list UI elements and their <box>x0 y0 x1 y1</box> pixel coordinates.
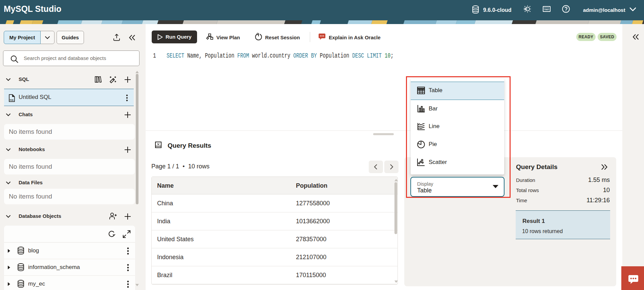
svg-text:SQL: SQL <box>10 99 14 101</box>
